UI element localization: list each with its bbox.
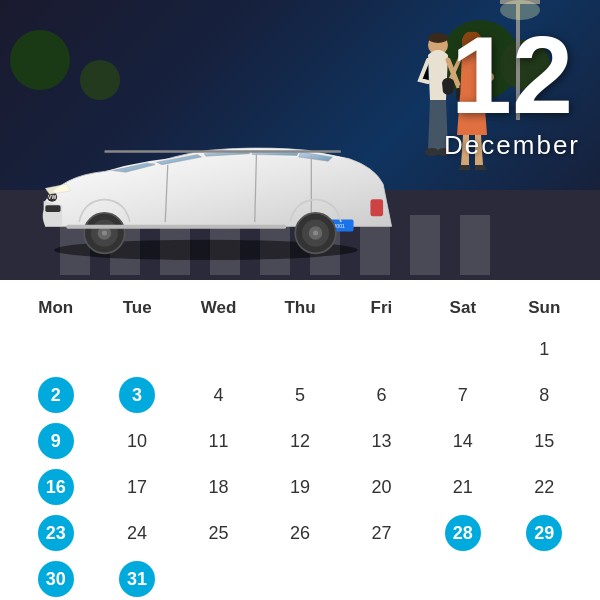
calendar-day-cell[interactable]: 26 <box>259 510 340 556</box>
svg-rect-9 <box>370 199 383 216</box>
day-number: 15 <box>526 423 562 459</box>
calendar-day-cell[interactable]: 11 <box>178 418 259 464</box>
day-number: 2 <box>38 377 74 413</box>
day-number: 23 <box>38 515 74 551</box>
svg-rect-19 <box>66 225 286 229</box>
calendar-day-cell[interactable]: 3 <box>96 372 177 418</box>
calendar-day-cell[interactable]: 17 <box>96 464 177 510</box>
calendar-day-cell <box>341 556 422 600</box>
calendar-day-cell[interactable]: 5 <box>259 372 340 418</box>
day-number: 7 <box>445 377 481 413</box>
day-number: 31 <box>119 561 155 597</box>
calendar-day-cell <box>259 556 340 600</box>
month-name: December <box>444 130 580 161</box>
calendar-day-cell <box>504 556 585 600</box>
calendar-day-cell[interactable]: 1 <box>504 326 585 372</box>
day-number: 26 <box>282 515 318 551</box>
day-number: 6 <box>363 377 399 413</box>
photo-area: VW WOB·P9001 <box>0 0 600 280</box>
calendar-day-cell[interactable]: 30 <box>15 556 96 600</box>
day-number: 12 <box>282 423 318 459</box>
day-number: 21 <box>445 469 481 505</box>
day-number: 1 <box>526 331 562 367</box>
day-number: 8 <box>526 377 562 413</box>
calendar-grid: MonTueWedThuFriSatSun <box>15 290 585 326</box>
calendar-weekday-header: Mon <box>15 290 96 326</box>
calendar-day-cell <box>15 326 96 372</box>
calendar-weekday-header: Tue <box>96 290 177 326</box>
calendar-day-cell[interactable]: 28 <box>422 510 503 556</box>
day-number: 13 <box>363 423 399 459</box>
day-number: 22 <box>526 469 562 505</box>
calendar-day-cell[interactable]: 9 <box>15 418 96 464</box>
calendar-day-cell[interactable]: 10 <box>96 418 177 464</box>
calendar-day-cell[interactable]: 20 <box>341 464 422 510</box>
svg-rect-4 <box>45 205 60 212</box>
calendar-weekday-header: Thu <box>259 290 340 326</box>
day-number: 12 <box>444 20 580 130</box>
day-number: 25 <box>201 515 237 551</box>
day-number: 14 <box>445 423 481 459</box>
day-number: 9 <box>38 423 74 459</box>
calendar-day-cell[interactable]: 24 <box>96 510 177 556</box>
calendar-day-cell[interactable]: 19 <box>259 464 340 510</box>
calendar-area: MonTueWedThuFriSatSun 123456789101112131… <box>0 280 600 600</box>
calendar-day-cell <box>422 556 503 600</box>
car-image: VW WOB·P9001 <box>20 125 400 260</box>
day-number: 5 <box>282 377 318 413</box>
calendar-day-cell[interactable]: 16 <box>15 464 96 510</box>
calendar-day-cell <box>96 326 177 372</box>
calendar-day-cell[interactable]: 4 <box>178 372 259 418</box>
svg-point-22 <box>425 148 439 156</box>
calendar-day-cell[interactable]: 15 <box>504 418 585 464</box>
day-number: 16 <box>38 469 74 505</box>
day-number: 29 <box>526 515 562 551</box>
svg-rect-10 <box>104 150 340 153</box>
calendar-day-cell[interactable]: 13 <box>341 418 422 464</box>
day-number: 18 <box>201 469 237 505</box>
calendar-day-cell[interactable]: 14 <box>422 418 503 464</box>
calendar-day-cell[interactable]: 25 <box>178 510 259 556</box>
calendar-weekday-header: Wed <box>178 290 259 326</box>
day-number: 28 <box>445 515 481 551</box>
calendar-day-cell[interactable]: 29 <box>504 510 585 556</box>
calendar-day-cell[interactable]: 31 <box>96 556 177 600</box>
svg-text:VW: VW <box>48 194 56 200</box>
calendar-day-cell[interactable]: 21 <box>422 464 503 510</box>
calendar-day-cell[interactable]: 2 <box>15 372 96 418</box>
day-number: 24 <box>119 515 155 551</box>
calendar-day-cell[interactable]: 12 <box>259 418 340 464</box>
calendar-day-cell[interactable]: 8 <box>504 372 585 418</box>
day-number: 20 <box>363 469 399 505</box>
calendar-day-cell <box>178 556 259 600</box>
day-number: 17 <box>119 469 155 505</box>
day-number: 30 <box>38 561 74 597</box>
calendar-weekday-header: Fri <box>341 290 422 326</box>
day-number: 4 <box>201 377 237 413</box>
calendar-day-cell <box>422 326 503 372</box>
day-number: 11 <box>201 423 237 459</box>
calendar-day-cell[interactable]: 27 <box>341 510 422 556</box>
calendar-day-cell[interactable]: 22 <box>504 464 585 510</box>
calendar-day-cell[interactable]: 7 <box>422 372 503 418</box>
calendar-day-cell[interactable]: 18 <box>178 464 259 510</box>
day-number: 19 <box>282 469 318 505</box>
svg-point-18 <box>313 230 318 235</box>
calendar-day-cell[interactable]: 6 <box>341 372 422 418</box>
day-number: 10 <box>119 423 155 459</box>
calendar-day-cell[interactable]: 23 <box>15 510 96 556</box>
calendar-weekday-header: Sun <box>504 290 585 326</box>
day-number: 27 <box>363 515 399 551</box>
calendar-day-cell <box>259 326 340 372</box>
calendar-day-cell <box>178 326 259 372</box>
calendar-day-cell <box>341 326 422 372</box>
calendar-weekday-header: Sat <box>422 290 503 326</box>
day-number: 3 <box>119 377 155 413</box>
svg-point-14 <box>102 230 107 235</box>
date-overlay: 12 December <box>444 20 580 161</box>
calendar-days: 1234567891011121314151617181920212223242… <box>15 326 585 600</box>
